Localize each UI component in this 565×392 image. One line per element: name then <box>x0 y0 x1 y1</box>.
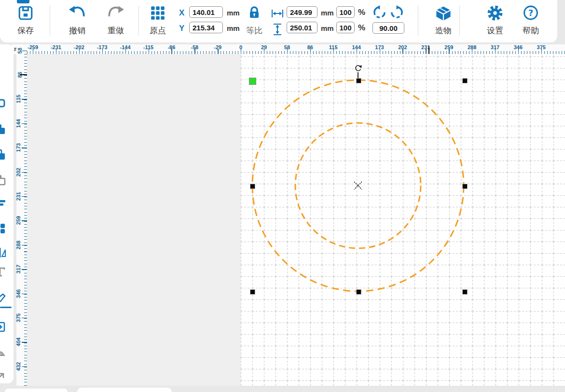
boolean-tool-icon <box>0 149 6 161</box>
sidebar-item-send-tool[interactable] <box>0 371 14 383</box>
ruler-label: 259 <box>444 44 453 50</box>
origin-button[interactable]: 原点 <box>142 0 174 42</box>
selection-handle-bottom-center[interactable] <box>356 289 361 295</box>
ruler-label: -115 <box>143 44 153 50</box>
shape-tool-icon <box>0 97 6 109</box>
x-input[interactable] <box>189 6 223 18</box>
ruler-label: 115 <box>16 95 21 104</box>
save-icon <box>17 5 34 21</box>
sidebar-item-mirror-tool[interactable] <box>0 246 14 258</box>
ruler-major-tick <box>22 269 27 270</box>
undo-button[interactable]: 撤销 <box>61 0 93 42</box>
ruler-major-tick <box>22 99 27 99</box>
sidebar-item-text-tool[interactable] <box>0 266 14 278</box>
angle-input[interactable] <box>372 22 404 34</box>
rotate-handle[interactable] <box>354 65 362 72</box>
active-tool-indicator <box>0 307 12 308</box>
ruler-label: -29 <box>214 44 221 50</box>
sidebar-item-weld-tool[interactable] <box>0 123 14 135</box>
array-tool-icon <box>0 222 6 235</box>
sidebar-item-edit-tool[interactable] <box>0 293 14 305</box>
ruler-label: 317 <box>491 44 499 50</box>
ruler-label: 173 <box>375 44 384 50</box>
ruler-label: 288 <box>16 241 21 249</box>
svg-text:?: ? <box>528 8 533 18</box>
selection-handle-mid-left[interactable] <box>250 184 255 189</box>
start-point-handle[interactable] <box>249 78 256 85</box>
tool-sidebar <box>0 44 14 383</box>
lock-ratio-button[interactable]: 等比 <box>240 0 269 42</box>
ruler-major-tick <box>22 220 27 221</box>
selection-handle-bottom-right[interactable] <box>462 289 468 295</box>
cursor-position-marker-top <box>428 46 429 54</box>
y-input[interactable] <box>189 22 223 33</box>
height-unit: mm <box>321 24 334 32</box>
redo-button[interactable]: 重做 <box>100 0 132 42</box>
redo-icon <box>107 5 124 20</box>
bottom-panel-edge-right[interactable] <box>77 388 172 392</box>
help-label: 帮助 <box>523 25 539 36</box>
ruler-label: 58 <box>17 47 23 53</box>
rotate-cw-button[interactable] <box>390 5 404 19</box>
ruler-major-tick <box>22 294 27 294</box>
ruler-label: 404 <box>16 338 21 346</box>
undo-icon <box>69 5 86 20</box>
ruler-label: 86 <box>307 44 313 50</box>
x-unit: mm <box>227 9 240 17</box>
grid <box>241 54 565 386</box>
subtract-tool-icon <box>0 174 6 186</box>
ruler-label: 144 <box>352 44 360 50</box>
ruler-label: 231 <box>16 192 21 201</box>
height-percent-input[interactable] <box>336 22 355 33</box>
width-icon <box>271 9 284 18</box>
ruler-label: -58 <box>191 44 198 50</box>
sidebar-item-subtract-tool[interactable] <box>0 174 14 186</box>
height-input[interactable] <box>287 22 317 33</box>
ruler-label: 202 <box>398 44 407 50</box>
selection-handle-bottom-left[interactable] <box>250 289 255 295</box>
bottom-panel-edge-left[interactable] <box>5 389 68 392</box>
sidebar-item-boolean-tool[interactable] <box>0 149 14 161</box>
ruler-major-tick <box>22 148 27 148</box>
sidebar-item-array-tool[interactable] <box>0 222 14 235</box>
sidebar-item-shape-tool[interactable] <box>0 97 14 109</box>
ruler-label: -259 <box>28 44 38 50</box>
text-tool-icon <box>0 266 6 278</box>
ruler-label: 375 <box>537 44 546 50</box>
ruler-label: 375 <box>16 313 21 322</box>
sidebar-item-align-tool[interactable] <box>0 196 14 209</box>
ruler-label: 173 <box>16 143 21 152</box>
work-area[interactable] <box>241 54 565 386</box>
height-icon <box>273 23 282 36</box>
sidebar-item-coil-tool[interactable] <box>0 346 14 358</box>
selection-handle-top-right[interactable] <box>462 78 468 83</box>
selection-handle-mid-right[interactable] <box>462 184 468 189</box>
edit-tool-icon <box>0 293 6 305</box>
make-button[interactable]: 造物 <box>427 0 459 42</box>
sidebar-item-fit-tool[interactable] <box>0 321 14 333</box>
selection-handle-top-center[interactable] <box>356 78 361 83</box>
ruler-label: 29 <box>261 44 267 50</box>
top-toolbar: 保存 撤销 重做 原点 X mm <box>0 0 557 42</box>
width-input[interactable] <box>287 6 317 18</box>
separator <box>138 6 139 36</box>
ruler-label: 0 <box>239 44 242 50</box>
rotation-stem <box>358 72 358 78</box>
gear-icon <box>487 5 503 21</box>
cursor-position-marker-left <box>20 74 27 75</box>
ruler-label: 346 <box>514 44 523 50</box>
make-label: 造物 <box>435 25 452 36</box>
help-button[interactable]: ? 帮助 <box>515 0 547 42</box>
ruler-label: 346 <box>16 289 21 297</box>
ruler-top: -259-231-202-173-144-115-86-58-290295886… <box>27 44 565 54</box>
settings-button[interactable]: 设置 <box>479 0 511 42</box>
ruler-major-tick <box>22 318 27 318</box>
ruler-major-tick <box>22 342 27 342</box>
mirror-tool-icon <box>0 246 6 258</box>
rotate-ccw-button[interactable] <box>372 5 386 19</box>
coil-tool-icon <box>0 346 6 358</box>
width-percent-input[interactable] <box>336 6 355 18</box>
ruler-label: 259 <box>16 216 21 225</box>
save-button[interactable]: 保存 <box>10 0 41 42</box>
undo-label: 撤销 <box>69 25 85 36</box>
